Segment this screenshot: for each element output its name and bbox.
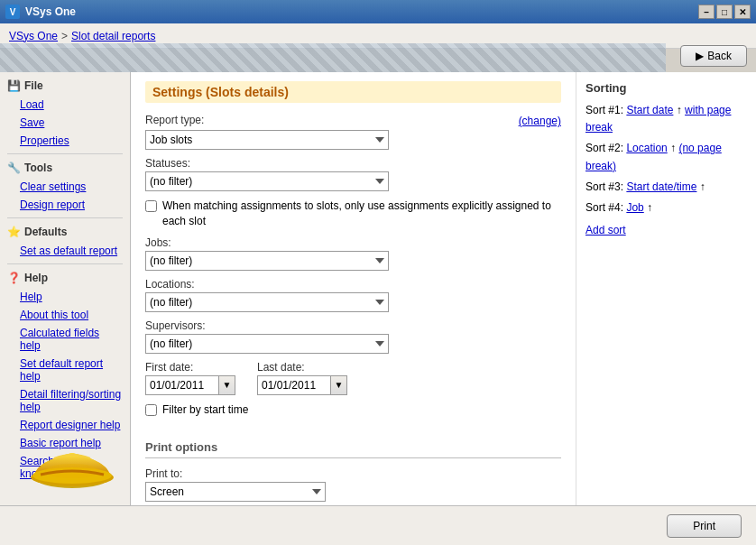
sorting-panel: Sorting Sort #1: Start date ↑ with page … (576, 72, 756, 545)
divider-3 (7, 263, 123, 264)
floppy-icon: 💾 (7, 79, 21, 92)
help-header[interactable]: ❓ Help (0, 268, 130, 288)
sidebar-item-help[interactable]: Help (0, 288, 130, 306)
title-bar: V VSys One – □ ✕ (0, 0, 756, 23)
assignment-checkbox[interactable] (145, 200, 157, 212)
locations-row: Locations: (no filter) (145, 278, 561, 312)
filter-start-row: Filter by start time (145, 402, 561, 418)
sort4-label: Sort #4: (585, 201, 623, 214)
filter-start-label: Filter by start time (162, 402, 248, 418)
minimize-button[interactable]: – (698, 5, 715, 19)
maximize-button[interactable]: □ (716, 5, 733, 19)
assignment-checkbox-row: When matching assignments to slots, only… (145, 199, 561, 229)
date-row: First date: ▼ Last date: ▼ (145, 361, 561, 395)
jobs-row: Jobs: (no filter) (145, 236, 561, 271)
print-to-label: Print to: (145, 467, 561, 480)
sort4-direction: ↑ (647, 201, 652, 214)
sidebar-item-design[interactable]: Design report (0, 196, 130, 214)
sort1-label: Sort #1: (585, 104, 623, 116)
report-type-header: Report type: (change) (145, 114, 561, 128)
last-date-calendar-btn[interactable]: ▼ (330, 376, 346, 394)
file-section: 💾 File Load Save Properties (0, 76, 130, 150)
divider-1 (7, 153, 123, 154)
supervisors-select[interactable]: (no filter) (145, 334, 389, 354)
first-date-field: First date: ▼ (145, 361, 235, 395)
sort3-field[interactable]: Start date/time (626, 180, 696, 193)
sidebar-item-about[interactable]: About this tool (0, 306, 130, 324)
supervisors-label: Supervisors: (145, 319, 561, 332)
sidebar-item-set-default-help[interactable]: Set default report help (0, 355, 130, 385)
sidebar-item-save[interactable]: Save (0, 114, 130, 132)
sidebar-item-detail-filter[interactable]: Detail filtering/sorting help (0, 385, 130, 416)
change-link[interactable]: (change) (519, 115, 561, 127)
sort2-label: Sort #2: (585, 142, 623, 154)
back-btn-area: ▶ Back (680, 45, 747, 67)
main-container: 💾 File Load Save Properties 🔧 Tools Clea… (0, 72, 756, 545)
last-date-input[interactable] (258, 376, 330, 394)
filter-start-checkbox[interactable] (145, 404, 157, 416)
breadcrumb-current[interactable]: Slot detail reports (71, 30, 155, 42)
locations-label: Locations: (145, 278, 561, 291)
tools-section: 🔧 Tools Clear settings Design report (0, 158, 130, 214)
file-section-label: File (24, 79, 43, 92)
divider-2 (7, 217, 123, 218)
sidebar-item-load[interactable]: Load (0, 96, 130, 114)
sidebar: 💾 File Load Save Properties 🔧 Tools Clea… (0, 72, 131, 545)
sort-item-2: Sort #2: Location ↑ (no page break) (585, 140, 747, 174)
sort2-field[interactable]: Location (626, 142, 667, 154)
sort3-label: Sort #3: (585, 180, 623, 193)
locations-select[interactable]: (no filter) (145, 292, 389, 312)
help-icon: ❓ (7, 272, 21, 284)
print-options-title: Print options (145, 440, 561, 458)
tools-header[interactable]: 🔧 Tools (0, 158, 130, 178)
first-date-input-group: ▼ (145, 375, 235, 395)
first-date-calendar-btn[interactable]: ▼ (218, 376, 235, 394)
sort1-field[interactable]: Start date (626, 104, 673, 116)
sidebar-item-properties[interactable]: Properties (0, 132, 130, 150)
sort4-field[interactable]: Job (626, 201, 643, 214)
sort2-direction: ↑ (670, 142, 676, 154)
app-icon: V (5, 5, 20, 19)
defaults-section-label: Defaults (24, 226, 67, 238)
first-date-input[interactable] (146, 376, 218, 394)
print-to-select[interactable]: Screen (145, 482, 326, 502)
breadcrumb-root[interactable]: VSys One (9, 30, 58, 42)
file-header[interactable]: 💾 File (0, 76, 130, 96)
last-date-field: Last date: ▼ (257, 361, 347, 395)
jobs-select[interactable]: (no filter) (145, 251, 389, 271)
print-to-row: Print to: Screen (145, 467, 561, 502)
breadcrumb-separator: > (61, 30, 68, 42)
report-type-select[interactable]: Job slots (145, 130, 389, 150)
hardhat-image (27, 428, 117, 500)
sort3-direction: ↑ (700, 180, 705, 193)
window-controls: – □ ✕ (698, 5, 751, 19)
defaults-icon: ⭐ (7, 226, 21, 238)
sidebar-item-set-default[interactable]: Set as default report (0, 242, 130, 260)
add-sort-link[interactable]: Add sort (585, 224, 626, 236)
assignment-checkbox-label: When matching assignments to slots, only… (162, 199, 561, 229)
defaults-section: ⭐ Defaults Set as default report (0, 222, 130, 260)
report-type-label: Report type: (145, 114, 204, 126)
statuses-label: Statuses: (145, 157, 561, 170)
close-button[interactable]: ✕ (734, 5, 751, 19)
back-icon: ▶ (696, 50, 704, 62)
sidebar-item-calc-fields[interactable]: Calculated fields help (0, 324, 130, 355)
sort1-direction: ↑ (677, 104, 682, 116)
tools-section-label: Tools (24, 162, 52, 174)
sort-item-3: Sort #3: Start date/time ↑ (585, 179, 747, 196)
sidebar-item-clear[interactable]: Clear settings (0, 178, 130, 196)
help-section-label: Help (24, 272, 48, 284)
statuses-select[interactable]: (no filter) (145, 171, 389, 191)
defaults-header[interactable]: ⭐ Defaults (0, 222, 130, 242)
back-button[interactable]: ▶ Back (680, 45, 747, 67)
bottom-bar: Print (0, 505, 756, 545)
first-date-label: First date: (145, 361, 235, 374)
window-title: VSys One (25, 5, 76, 18)
main-content: Settings (Slots details) Report type: (c… (131, 72, 576, 545)
sorting-title: Sorting (585, 81, 747, 95)
last-date-label: Last date: (257, 361, 347, 374)
report-type-row: Report type: (change) Job slots (145, 114, 561, 150)
supervisors-row: Supervisors: (no filter) (145, 319, 561, 354)
jobs-label: Jobs: (145, 236, 561, 249)
print-button[interactable]: Print (667, 514, 742, 538)
